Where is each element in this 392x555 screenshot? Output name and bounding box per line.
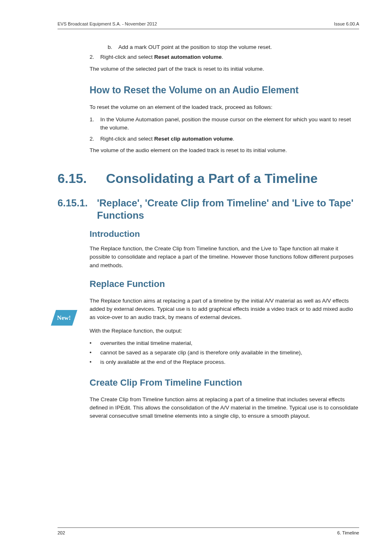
heading-introduction: Introduction — [90, 229, 359, 239]
para-reset-element-result: The volume of the audio element on the l… — [90, 146, 359, 155]
step-number: 1. — [90, 116, 100, 132]
subsection-number: 6.15.1. — [58, 197, 97, 209]
para-reset-element-intro: To reset the volume on an element of the… — [90, 103, 359, 111]
page-content: b. Add a mark OUT point at the position … — [90, 43, 359, 420]
new-badge-text: New! — [57, 314, 71, 321]
page: EVS Broadcast Equipment S.A. - November … — [0, 0, 392, 555]
page-footer: 202 6. Timeline — [58, 527, 359, 535]
bullet-text: cannot be saved as a separate clip (and … — [100, 349, 302, 357]
header-left: EVS Broadcast Equipment S.A. - November … — [58, 21, 157, 26]
bullet-only-end: • is only available at the end of the Re… — [90, 358, 359, 366]
step-2-reset-automation: 2. Right-click and select Reset automati… — [90, 53, 359, 61]
new-badge: New! — [51, 310, 77, 326]
step-text: In the Volume Automation panel, position… — [100, 116, 359, 132]
bullet-dot: • — [90, 349, 100, 357]
step-number: 2. — [90, 135, 100, 143]
bullet-dot: • — [90, 358, 100, 366]
subsection-heading: 6.15.1. 'Replace', 'Create Clip from Tim… — [58, 197, 359, 222]
para-replace-function: The Replace function aims at replacing a… — [90, 297, 359, 322]
substep-b: b. Add a mark OUT point at the position … — [108, 43, 359, 51]
para-create-clip-function: The Create Clip from Timeline function a… — [90, 395, 359, 421]
heading-replace-function: Replace Function — [90, 279, 359, 289]
substep-letter: b. — [108, 43, 118, 51]
heading-create-clip-function: Create Clip From Timeline Function — [90, 377, 359, 388]
para-replace-output-intro: With the Replace function, the output: — [90, 327, 359, 335]
section-heading: 6.15. Consolidating a Part of a Timeline — [58, 171, 359, 186]
step-2-reset-clip-automation: 2. Right-click and select Reset clip aut… — [90, 135, 359, 143]
substep-text: Add a mark OUT point at the position to … — [118, 43, 272, 51]
footer-page-number: 202 — [58, 530, 65, 535]
bullet-text: overwrites the initial timeline material… — [100, 339, 192, 347]
bullet-text: is only available at the end of the Repl… — [100, 358, 226, 366]
footer-section: 6. Timeline — [337, 530, 359, 535]
page-header: EVS Broadcast Equipment S.A. - November … — [58, 21, 359, 29]
step-number: 2. — [90, 53, 100, 61]
header-right: Issue 6.00.A — [334, 21, 359, 26]
section-title: Consolidating a Part of a Timeline — [106, 171, 318, 186]
heading-reset-element: How to Reset the Volume on an Audio Elem… — [90, 85, 359, 96]
bullet-overwrites: • overwrites the initial timeline materi… — [90, 339, 359, 347]
bullet-dot: • — [90, 339, 100, 347]
bullet-cannot-save: • cannot be saved as a separate clip (an… — [90, 349, 359, 357]
step-1-position-cursor: 1. In the Volume Automation panel, posit… — [90, 116, 359, 132]
subsection-title: 'Replace', 'Create Clip from Timeline' a… — [97, 197, 359, 222]
para-introduction: The Replace function, the Create Clip fr… — [90, 245, 359, 270]
section-number: 6.15. — [58, 171, 106, 186]
para-reset-part-result: The volume of the selected part of the t… — [90, 65, 359, 73]
step-text: Right-click and select Reset clip automa… — [100, 135, 234, 143]
step-text: Right-click and select Reset automation … — [100, 53, 223, 61]
